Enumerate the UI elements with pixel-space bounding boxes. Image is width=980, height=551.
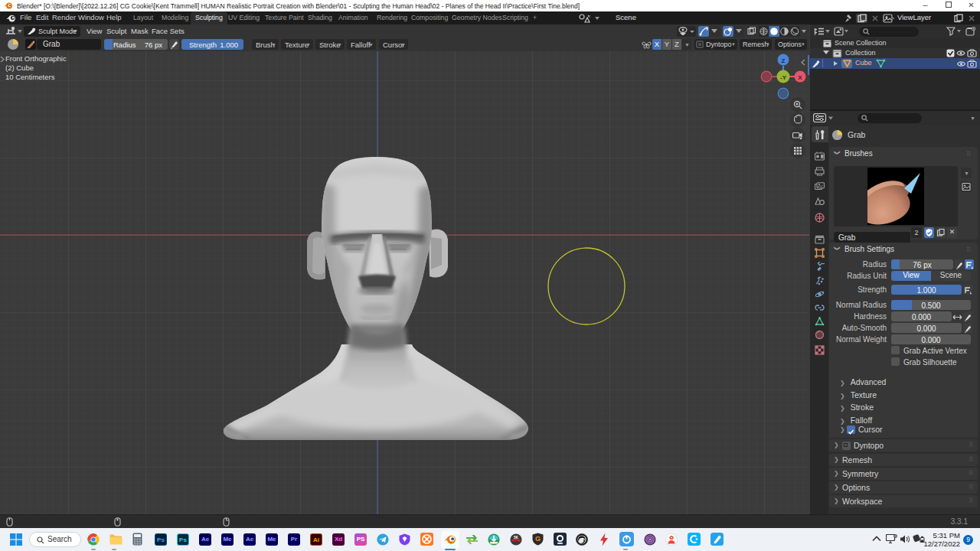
svg-text:G: G bbox=[535, 535, 541, 543]
svg-text:5K: 5K bbox=[514, 536, 519, 540]
svg-text:Z: Z bbox=[782, 57, 786, 64]
svg-text:-Y: -Y bbox=[780, 74, 787, 81]
svg-text:X: X bbox=[798, 74, 802, 81]
